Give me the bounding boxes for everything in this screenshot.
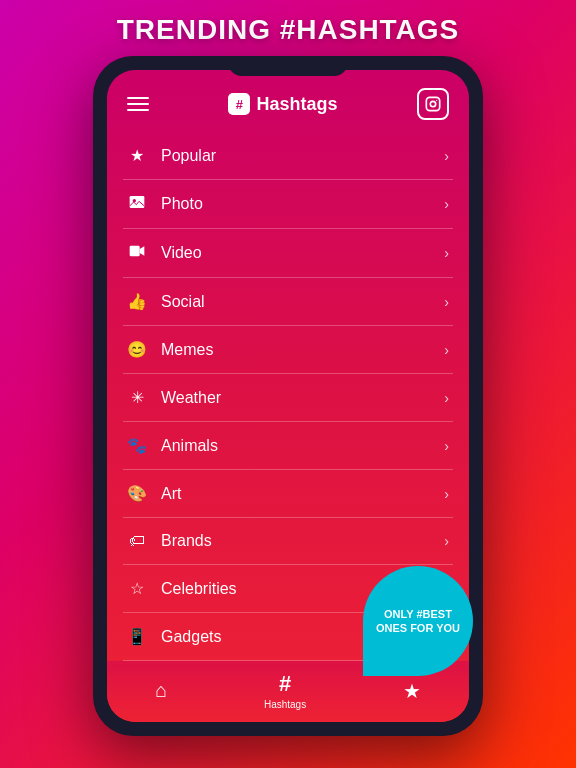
- popular-icon: ★: [127, 146, 147, 165]
- app-header: # Hashtags: [107, 70, 469, 132]
- popular-label: Popular: [161, 147, 216, 165]
- hamburger-menu-button[interactable]: [127, 93, 149, 115]
- memes-icon: 😊: [127, 340, 147, 359]
- menu-item-video[interactable]: Video ›: [123, 229, 453, 278]
- hashtag-badge-icon: #: [228, 93, 250, 115]
- menu-item-art[interactable]: 🎨 Art ›: [123, 470, 453, 518]
- photo-chevron: ›: [444, 196, 449, 212]
- menu-item-animals[interactable]: 🐾 Animals ›: [123, 422, 453, 470]
- gadgets-label: Gadgets: [161, 628, 221, 646]
- notch: [228, 56, 348, 76]
- menu-item-memes[interactable]: 😊 Memes ›: [123, 326, 453, 374]
- top-banner: TRENDING #HASHTAGS: [0, 0, 576, 56]
- promo-bubble: ONLY #BEST ONES FOR YOU: [363, 566, 473, 676]
- promo-text: ONLY #BEST ONES FOR YOU: [373, 607, 463, 636]
- brands-icon: 🏷: [127, 532, 147, 550]
- social-chevron: ›: [444, 294, 449, 310]
- banner-title: TRENDING #HASHTAGS: [0, 14, 576, 46]
- menu-item-brands[interactable]: 🏷 Brands ›: [123, 518, 453, 565]
- weather-icon: ✳: [127, 388, 147, 407]
- video-icon: [127, 243, 147, 263]
- video-chevron: ›: [444, 245, 449, 261]
- hashtag-nav-icon: #: [279, 671, 291, 697]
- favorites-icon: ★: [403, 679, 421, 703]
- social-label: Social: [161, 293, 205, 311]
- weather-label: Weather: [161, 389, 221, 407]
- art-icon: 🎨: [127, 484, 147, 503]
- art-chevron: ›: [444, 486, 449, 502]
- svg-point-2: [436, 100, 437, 101]
- svg-point-1: [430, 101, 435, 106]
- nav-home[interactable]: ⌂: [155, 679, 167, 702]
- photo-icon: [127, 194, 147, 214]
- home-icon: ⌂: [155, 679, 167, 702]
- popular-chevron: ›: [444, 148, 449, 164]
- nav-hashtags[interactable]: # Hashtags: [264, 671, 306, 710]
- menu-item-weather[interactable]: ✳ Weather ›: [123, 374, 453, 422]
- weather-chevron: ›: [444, 390, 449, 406]
- memes-label: Memes: [161, 341, 213, 359]
- svg-rect-0: [426, 97, 439, 110]
- app-title-label: Hashtags: [256, 94, 337, 115]
- menu-item-social[interactable]: 👍 Social ›: [123, 278, 453, 326]
- brands-label: Brands: [161, 532, 212, 550]
- gadgets-icon: 📱: [127, 627, 147, 646]
- celebrities-icon: ☆: [127, 579, 147, 598]
- social-icon: 👍: [127, 292, 147, 311]
- phone-frame: # Hashtags ★ Popular ›: [93, 56, 483, 736]
- video-label: Video: [161, 244, 202, 262]
- animals-label: Animals: [161, 437, 218, 455]
- menu-item-popular[interactable]: ★ Popular ›: [123, 132, 453, 180]
- nav-favorites[interactable]: ★: [403, 679, 421, 703]
- art-label: Art: [161, 485, 181, 503]
- animals-icon: 🐾: [127, 436, 147, 455]
- instagram-button[interactable]: [417, 88, 449, 120]
- photo-label: Photo: [161, 195, 203, 213]
- animals-chevron: ›: [444, 438, 449, 454]
- svg-rect-5: [130, 246, 140, 257]
- hashtag-nav-label: Hashtags: [264, 699, 306, 710]
- menu-item-photo[interactable]: Photo ›: [123, 180, 453, 229]
- app-title: # Hashtags: [228, 93, 337, 115]
- svg-rect-3: [130, 196, 145, 208]
- celebrities-label: Celebrities: [161, 580, 237, 598]
- memes-chevron: ›: [444, 342, 449, 358]
- brands-chevron: ›: [444, 533, 449, 549]
